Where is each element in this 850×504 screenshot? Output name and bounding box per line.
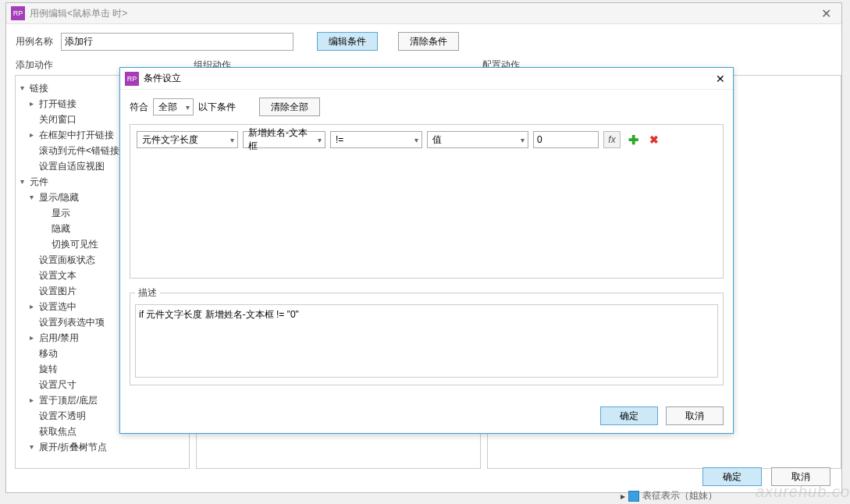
modal-footer: 确定 取消 bbox=[600, 406, 724, 425]
modal-close-button[interactable]: ✕ bbox=[708, 73, 733, 85]
tree-item-label: 置于顶层/底层 bbox=[39, 392, 98, 408]
description-legend: 描述 bbox=[135, 286, 160, 300]
tree-item-label: 设置不透明 bbox=[39, 408, 86, 424]
modal-app-icon: RP bbox=[125, 72, 139, 86]
tree-item-label: 链接 bbox=[30, 80, 48, 96]
tree-item-label: 显示/隐藏 bbox=[39, 190, 79, 205]
tree-item-label: 设置选中 bbox=[39, 299, 76, 314]
tree-item-label: 隐藏 bbox=[52, 221, 70, 236]
main-close-button[interactable]: ✕ bbox=[810, 6, 841, 21]
delete-condition-icon[interactable]: ✖ bbox=[646, 133, 662, 146]
tree-arrow-icon: ▸ bbox=[30, 127, 39, 143]
tree-item-label: 元件 bbox=[30, 174, 48, 190]
condition-area: 元件文字长度 新增姓名-文本框 != 值 fx ✚ ✖ bbox=[130, 124, 724, 279]
tree-item-label: 展开/折叠树节点 bbox=[39, 439, 107, 455]
tree-arrow-icon: ▸ bbox=[30, 299, 39, 314]
tree-item-label: 切换可见性 bbox=[52, 236, 98, 252]
tree-arrow-icon: ▾ bbox=[20, 174, 30, 190]
tree-item[interactable]: ▾展开/折叠树节点 bbox=[17, 439, 187, 455]
match-label: 符合 bbox=[130, 101, 148, 114]
tree-item-label: 关闭窗口 bbox=[39, 112, 76, 127]
cond-type-combo[interactable]: 元件文字长度 bbox=[137, 131, 238, 148]
description-fieldset: 描述 bbox=[130, 286, 724, 385]
tree-item-label: 设置面板状态 bbox=[39, 252, 95, 268]
modal-title: 条件设立 bbox=[144, 72, 181, 85]
main-titlebar: RP 用例编辑<鼠标单击 时> ✕ bbox=[6, 3, 841, 24]
main-footer: 确定 取消 bbox=[702, 467, 830, 486]
tree-arrow-icon: ▾ bbox=[20, 80, 30, 96]
match-suffix: 以下条件 bbox=[198, 101, 236, 114]
case-name-input[interactable] bbox=[61, 33, 293, 51]
tree-arrow-icon: ▸ bbox=[30, 392, 39, 408]
tree-arrow-icon: ▸ bbox=[30, 96, 39, 112]
tree-item-label: 设置文本 bbox=[39, 268, 76, 283]
tree-item-label: 设置自适应视图 bbox=[39, 158, 105, 174]
app-icon: RP bbox=[11, 6, 25, 20]
cond-target-combo[interactable]: 新增姓名-文本框 bbox=[243, 131, 325, 148]
clear-condition-button[interactable]: 清除条件 bbox=[398, 32, 459, 51]
tree-item-label: 获取焦点 bbox=[39, 424, 76, 439]
condition-row: 元件文字长度 新增姓名-文本框 != 值 fx ✚ ✖ bbox=[137, 131, 717, 148]
fx-button[interactable]: fx bbox=[603, 131, 621, 148]
tree-item-label: 设置图片 bbox=[39, 283, 76, 299]
tree-item-label: 打开链接 bbox=[39, 96, 76, 112]
main-cancel-button[interactable]: 取消 bbox=[771, 467, 830, 486]
case-name-label: 用例名称 bbox=[16, 35, 53, 48]
main-title: 用例编辑<鼠标单击 时> bbox=[30, 7, 127, 20]
modal-ok-button[interactable]: 确定 bbox=[600, 406, 658, 425]
tree-item-label: 在框架中打开链接 bbox=[39, 127, 114, 143]
tree-arrow-icon: ▸ bbox=[30, 330, 39, 346]
tree-arrow-icon: ▾ bbox=[30, 190, 39, 205]
modal-titlebar: RP 条件设立 ✕ bbox=[120, 68, 733, 90]
condition-setup-dialog: RP 条件设立 ✕ 符合 全部 以下条件 清除全部 元件文字长度 新增姓名-文本… bbox=[119, 67, 734, 434]
bg-fragment-text: 表征表示（姐妹） bbox=[642, 489, 717, 502]
background-fragment: ▸ 表征表示（姐妹） bbox=[621, 489, 717, 502]
cond-value-input[interactable] bbox=[533, 131, 599, 148]
tree-item-label: 启用/禁用 bbox=[39, 330, 79, 346]
cond-valuetype-combo[interactable]: 值 bbox=[427, 131, 528, 148]
tree-item-label: 移动 bbox=[39, 346, 58, 361]
match-combo[interactable]: 全部 bbox=[153, 98, 194, 115]
clear-all-button[interactable]: 清除全部 bbox=[259, 98, 320, 116]
tree-item-label: 旋转 bbox=[39, 361, 58, 377]
description-text[interactable] bbox=[135, 304, 718, 378]
bg-checkbox-icon bbox=[628, 491, 639, 502]
cond-operator-combo[interactable]: != bbox=[330, 131, 422, 148]
main-ok-button[interactable]: 确定 bbox=[702, 467, 762, 486]
modal-toolbar: 符合 全部 以下条件 清除全部 bbox=[120, 90, 733, 124]
tree-arrow-icon: ▾ bbox=[30, 439, 39, 455]
tree-item-label: 显示 bbox=[52, 205, 70, 221]
add-condition-icon[interactable]: ✚ bbox=[625, 133, 642, 147]
case-name-row: 用例名称 编辑条件 清除条件 bbox=[6, 24, 841, 59]
tree-item-label: 滚动到元件<错链接 bbox=[39, 143, 119, 158]
tree-item-label: 设置尺寸 bbox=[39, 377, 76, 392]
tree-item-label: 设置列表选中项 bbox=[39, 314, 105, 330]
modal-cancel-button[interactable]: 取消 bbox=[666, 406, 724, 425]
edit-condition-button[interactable]: 编辑条件 bbox=[317, 32, 378, 51]
